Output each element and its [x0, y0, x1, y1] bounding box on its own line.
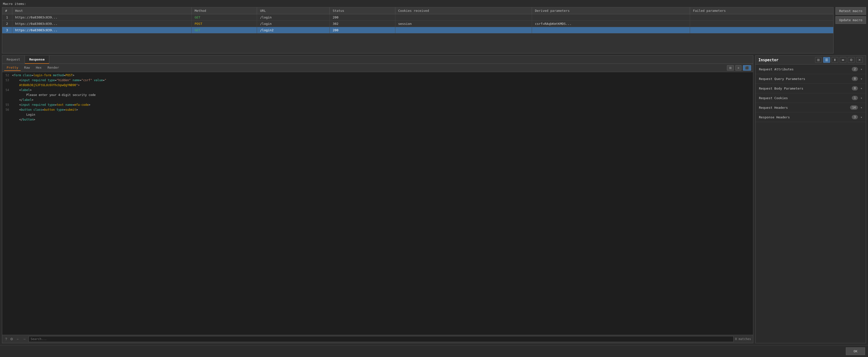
inspector-view-btn-2[interactable]: ☰	[823, 57, 830, 63]
view-tab-render[interactable]: Render	[45, 65, 62, 71]
ok-button[interactable]: OK	[846, 348, 865, 355]
tab-request[interactable]: Request	[2, 56, 25, 63]
code-line-52: 52 <form class=login-form method=POST>	[2, 73, 753, 78]
code-area: 52 <form class=login-form method=POST> 5…	[2, 72, 753, 335]
inspector-item[interactable]: Request Query Parameters 0 ▾	[755, 74, 866, 84]
table-row[interactable]: 1 https://0a83003c039... GET /login 200	[2, 14, 833, 21]
inspector-item[interactable]: Response Headers 3 ▾	[755, 112, 866, 122]
panel-tabs: Request Response	[2, 56, 753, 64]
line-number: 53	[2, 78, 12, 82]
cell-derived	[532, 27, 690, 33]
line-number	[2, 117, 12, 118]
chevron-down-icon: ▾	[860, 67, 862, 71]
inspector-title: Inspector	[758, 58, 815, 62]
search-bar: ? ⚙ ← → 0 matches	[2, 335, 753, 343]
inspector-expand-btn[interactable]: ⬍	[832, 57, 838, 63]
code-line-53: 53 <input required type="hidden" name="c…	[2, 78, 753, 83]
col-header-url: URL	[257, 7, 330, 14]
view-tabs: Pretty Raw Hex Render ⊞ ≡ ⬛	[2, 64, 753, 72]
view-icons: ⊞ ≡ ⬛	[727, 65, 751, 71]
cell-failed	[690, 27, 834, 33]
inspector-settings-btn[interactable]: ⚙	[848, 57, 855, 63]
macro-container: # Host Method URL Status Cookies receive…	[2, 7, 866, 54]
inspector-item[interactable]: Request Cookies 1 ▾	[755, 93, 866, 103]
code-line-53b: At8b8b36jSJFtULdc6VYhcbpwQgYNB90">	[2, 83, 753, 88]
line-number: 54	[2, 88, 12, 92]
inspector-panel: Inspector ⊞ ☰ ⬍ ⬌ ⚙ ✕ Request Attributes…	[755, 55, 866, 343]
chevron-down-icon: ▾	[860, 77, 862, 81]
code-line-56b: Login	[2, 112, 753, 117]
inspector-item-label: Request Body Parameters	[759, 87, 852, 90]
chevron-down-icon: ▾	[860, 96, 862, 100]
search-input[interactable]	[29, 336, 734, 342]
table-row[interactable]: 2 https://0a83003c039... POST /login 302…	[2, 21, 833, 27]
chevron-down-icon: ▾	[860, 116, 862, 119]
view-tab-raw[interactable]: Raw	[22, 65, 32, 71]
col-header-derived: Derived parameters	[532, 7, 690, 14]
view-icon-grid[interactable]: ⊞	[727, 65, 734, 71]
line-content: </label>	[12, 98, 753, 102]
cell-method: POST	[191, 21, 257, 27]
line-content: Please enter your 4-digit security code	[12, 93, 753, 97]
cell-host: https://0a83003c039...	[12, 14, 191, 21]
line-content: <input required type=text name=mfa-code>	[12, 103, 753, 106]
forward-icon[interactable]: →	[22, 336, 27, 342]
inspector-item-label: Request Attributes	[759, 67, 852, 71]
inspector-collapse-btn[interactable]: ⬌	[840, 57, 846, 63]
bottom-section: Request Response Pretty Raw Hex Render ⊞…	[0, 54, 868, 345]
view-tab-hex[interactable]: Hex	[33, 65, 44, 71]
settings-icon[interactable]: ⚙	[9, 336, 14, 342]
request-response-panel: Request Response Pretty Raw Hex Render ⊞…	[2, 55, 753, 343]
cell-method: GET	[191, 27, 257, 33]
line-content: <form class=login-form method=POST>	[12, 73, 753, 77]
line-number: 56	[2, 107, 12, 111]
inspector-item[interactable]: Request Headers 14 ▾	[755, 103, 866, 112]
code-line-54b: Please enter your 4-digit security code	[2, 93, 753, 98]
cell-method: GET	[191, 14, 257, 21]
inspector-item-count: 0	[852, 76, 858, 81]
inspector-item-label: Request Cookies	[759, 96, 852, 100]
inspector-items: Request Attributes 2 ▾ Request Query Par…	[755, 64, 866, 343]
search-icons: ? ⚙ ← →	[4, 336, 27, 342]
view-tab-pretty[interactable]: Pretty	[4, 65, 21, 71]
cell-cookies	[395, 27, 532, 33]
inspector-header: Inspector ⊞ ☰ ⬍ ⬌ ⚙ ✕	[755, 56, 866, 64]
cell-status: 302	[330, 21, 395, 27]
col-header-method: Method	[191, 7, 257, 14]
macro-section: Macro items: # Host Method URL Status Co…	[0, 0, 868, 54]
line-content: <label>	[12, 88, 753, 92]
table-row[interactable]: 3 https://0a83003c039... GET /login2 200	[2, 27, 833, 33]
inspector-item-count: 3	[852, 115, 858, 119]
inspector-item[interactable]: Request Body Parameters 0 ▾	[755, 84, 866, 93]
line-number	[2, 83, 12, 84]
view-icon-word-wrap[interactable]: ⬛	[743, 65, 751, 71]
empty-rows	[2, 33, 833, 53]
code-line-55: 55 <input required type=text name=mfa-co…	[2, 103, 753, 107]
inspector-item[interactable]: Request Attributes 2 ▾	[755, 64, 866, 74]
view-icon-list[interactable]: ≡	[735, 65, 741, 71]
back-icon[interactable]: ←	[15, 336, 21, 342]
code-line-54: 54 <label>	[2, 88, 753, 93]
code-line-54c: </label>	[2, 98, 753, 103]
col-header-failed: Failed parameters	[690, 7, 834, 14]
inspector-item-label: Request Query Parameters	[759, 77, 852, 81]
cell-url: /login	[257, 21, 330, 27]
line-number	[2, 112, 12, 113]
col-header-hash: #	[2, 7, 12, 14]
line-number	[2, 98, 12, 98]
cell-host: https://0a83003c039...	[12, 21, 191, 27]
macro-label: Macro items:	[2, 2, 866, 6]
inspector-close-btn[interactable]: ✕	[856, 57, 863, 63]
retest-macro-button[interactable]: Retest macro	[836, 7, 866, 15]
help-icon[interactable]: ?	[4, 336, 8, 342]
inspector-view-btn-1[interactable]: ⊞	[815, 57, 822, 63]
col-header-cookies: Cookies received	[395, 7, 532, 14]
table-header-row: # Host Method URL Status Cookies receive…	[2, 7, 833, 14]
line-number	[2, 93, 12, 93]
chevron-down-icon: ▾	[860, 106, 862, 109]
inspector-item-label: Request Headers	[759, 106, 850, 109]
update-macro-button[interactable]: Update macro	[836, 16, 866, 24]
inspector-item-count: 1	[852, 96, 858, 100]
line-content: <button class=button type=submit>	[12, 107, 753, 111]
tab-response[interactable]: Response	[25, 56, 50, 64]
